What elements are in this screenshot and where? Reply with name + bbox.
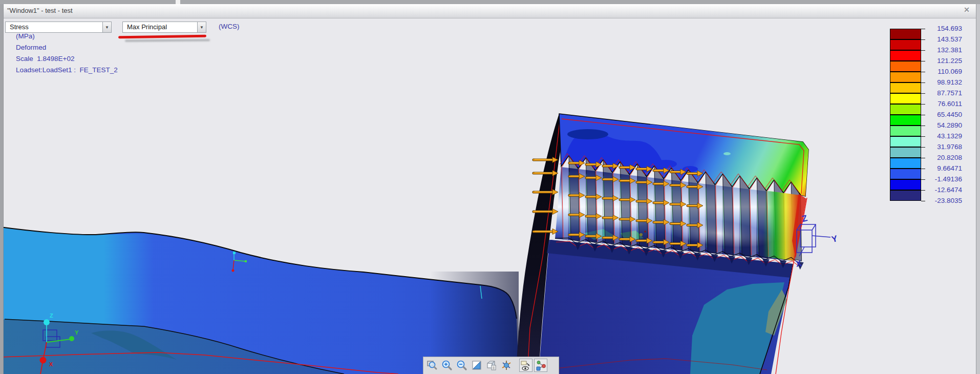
legend-value-label: 143.537 (919, 35, 962, 43)
csys-y-ball (69, 336, 74, 341)
legend-color-box (890, 104, 921, 115)
result-units: (MPa) (16, 32, 35, 40)
legend-color-box (890, 126, 921, 136)
component-dropdown[interactable]: Max Principal ▼ (122, 22, 206, 33)
csys-x-label: X (49, 361, 53, 367)
csys-x-ball (40, 357, 47, 364)
legend-color-box (890, 169, 921, 179)
legend-value-label: 87.7571 (919, 89, 962, 97)
plate-part (0, 227, 519, 374)
legend-color-box (890, 115, 921, 126)
legend-color-box (890, 179, 921, 190)
window-right-border (976, 4, 980, 374)
refit-button[interactable] (470, 359, 483, 372)
zoom-window-icon (427, 360, 438, 371)
zoom-out-icon (456, 360, 467, 371)
csys-z-ball (44, 319, 50, 325)
zoom-in-button[interactable] (440, 359, 454, 372)
legend-color-box (890, 39, 921, 50)
spin-center-icon (501, 360, 512, 371)
simulation-display-icon (535, 360, 546, 371)
csys-y-label: Y (75, 329, 79, 336)
legend-value-label: 154.693 (919, 25, 962, 32)
csys-z-label: Z (50, 313, 53, 319)
zoom-in-icon (441, 360, 453, 371)
legend-value-label: 76.6011 (919, 100, 962, 108)
results-window: Z Y X (0, 0, 980, 374)
display-options-icon (520, 360, 531, 371)
plate-top-face-light-band (0, 227, 154, 332)
csys-label: (WCS) (219, 23, 240, 30)
legend-color-box (890, 93, 921, 104)
zoom-out-button[interactable] (455, 359, 468, 372)
legend-value-label: 121.225 (919, 57, 962, 65)
quantity-dropdown[interactable]: Stress ▼ (5, 22, 112, 33)
model-3d-view[interactable]: Z Y X (0, 0, 980, 374)
saved-views-icon (486, 360, 497, 371)
legend-value-label: -1.49136 (919, 175, 962, 183)
legend-color-box (890, 82, 921, 93)
window-title: "Window1" - test - test (7, 7, 73, 14)
result-loadset: Loadset:LoadSet1 : FE_TEST_2 (16, 66, 118, 74)
legend-color-box (890, 190, 921, 201)
view-toolbar (423, 357, 559, 374)
quantity-dropdown-value: Stress (6, 22, 102, 32)
legend-color-box (890, 72, 921, 82)
legend-color-box (890, 136, 921, 147)
chevron-down-icon[interactable]: ▼ (197, 22, 206, 32)
legend-color-box (890, 61, 921, 72)
wcs-y-label: Y (830, 234, 839, 244)
component-dropdown-value: Max Principal (123, 22, 197, 32)
simulation-display-button[interactable] (534, 359, 547, 372)
legend-color-box (890, 147, 921, 158)
chevron-down-icon[interactable]: ▼ (102, 22, 111, 32)
window-left-border (0, 4, 4, 374)
legend-value-label: 110.069 (919, 68, 962, 75)
legend-value-label: -12.6474 (919, 186, 962, 194)
refit-icon (471, 360, 482, 371)
zoom-window-button[interactable] (425, 359, 439, 372)
result-scale: Scale 1.8498E+02 (16, 55, 74, 63)
spin-center-button[interactable] (500, 359, 513, 372)
close-icon[interactable]: ✕ (962, 6, 972, 15)
legend-value-label: 20.8208 (919, 154, 962, 161)
legend-color-box (890, 29, 921, 39)
legend-color-box (890, 50, 921, 61)
legend-value-label: 31.9768 (919, 143, 962, 151)
legend-color-box (890, 158, 921, 169)
window-top-strip-notch (176, 0, 180, 4)
legend-value-label: 132.381 (919, 46, 962, 54)
display-options-button[interactable] (519, 359, 532, 372)
bolt-part (516, 114, 819, 374)
legend-value-label: 43.1329 (919, 132, 962, 140)
saved-views-button[interactable] (485, 359, 498, 372)
legend-value-label: 65.4450 (919, 111, 962, 118)
legend-value-label: 54.2890 (919, 121, 962, 129)
legend-value-label: 98.9132 (919, 78, 962, 86)
result-state: Deformed (16, 44, 46, 51)
window-titlebar[interactable]: "Window1" - test - test ✕ (0, 4, 980, 18)
legend-value-label: 9.66471 (919, 164, 962, 172)
legend-value-label: -23.8035 (919, 197, 962, 204)
